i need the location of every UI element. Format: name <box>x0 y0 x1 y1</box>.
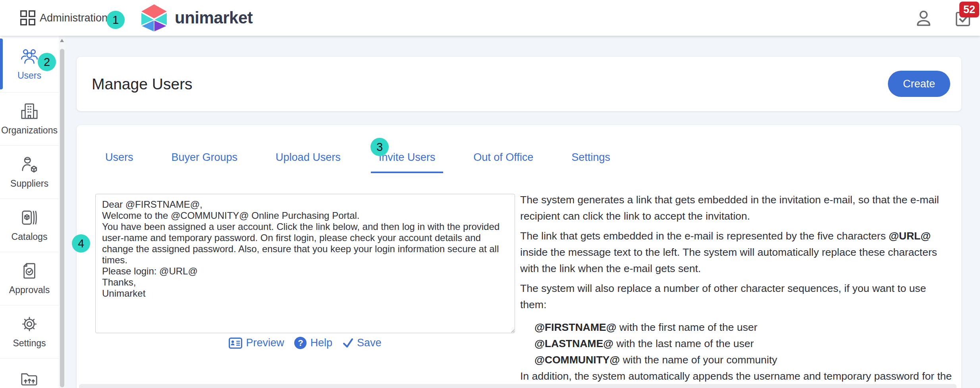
sidebar-item-more[interactable] <box>0 359 59 388</box>
catalogs-icon <box>20 208 39 227</box>
brand-logo: unimarket <box>140 0 253 36</box>
preview-link[interactable]: Preview <box>229 337 284 349</box>
sidebar-item-label: Approvals <box>9 285 50 295</box>
suppliers-icon <box>20 155 39 174</box>
sidebar-item-suppliers[interactable]: Suppliers <box>0 146 59 199</box>
scrollbar-thumb[interactable] <box>60 49 64 387</box>
tasks-count-badge: 52 <box>959 2 979 17</box>
sidebar-item-settings[interactable]: Settings <box>0 305 59 359</box>
tab-users[interactable]: Users <box>97 143 141 173</box>
sidebar-item-label: Organizations <box>1 125 58 136</box>
unimarket-logo-icon <box>140 4 168 31</box>
invite-actions: Preview ? Help Save <box>95 337 515 349</box>
tab-buyer-groups[interactable]: Buyer Groups <box>164 143 246 173</box>
step-badge-1: 1 <box>106 11 125 29</box>
sidebar-scrollbar[interactable] <box>59 36 66 388</box>
invite-help-panel: The system generates a link that gets em… <box>520 192 955 388</box>
create-button[interactable]: Create <box>888 71 950 97</box>
tab-out-of-office[interactable]: Out of Office <box>465 143 541 173</box>
tab-settings[interactable]: Settings <box>563 143 618 173</box>
sidebar-item-label: Catalogs <box>12 232 48 242</box>
tab-bar: Users Buyer Groups Upload Users Invite U… <box>97 143 618 173</box>
save-link[interactable]: Save <box>343 337 382 349</box>
app-switcher-label[interactable]: Administration <box>40 0 108 36</box>
save-label: Save <box>357 337 382 349</box>
scrollbar-up-arrow[interactable] <box>60 39 64 42</box>
step-badge-3: 3 <box>370 138 389 156</box>
account-icon[interactable] <box>914 8 933 29</box>
token-item: @COMMUNITY@ with the name of your commun… <box>534 352 955 368</box>
help-label: Help <box>310 337 332 349</box>
tab-upload-users[interactable]: Upload Users <box>268 143 349 173</box>
check-icon <box>343 338 353 348</box>
users-tabs-card: Users Buyer Groups Upload Users Invite U… <box>77 125 961 388</box>
step-badge-2: 2 <box>38 53 56 71</box>
administration-screen: Administration unimarket 52 <box>0 0 980 388</box>
help-paragraph: The link that gets embedded in the e-mai… <box>520 228 955 277</box>
app-switcher-grid-icon[interactable] <box>19 9 37 27</box>
invite-message-textarea[interactable]: Dear @FIRSTNAME@, Welcome to the @COMMUN… <box>95 194 515 333</box>
active-indicator <box>0 39 3 89</box>
users-icon <box>20 47 39 66</box>
sidebar-item-label: Settings <box>13 338 46 349</box>
sidebar: Users Organizations Suppliers <box>0 36 59 388</box>
sidebar-item-approvals[interactable]: Approvals <box>0 252 59 305</box>
sidebar-item-catalogs[interactable]: Catalogs <box>0 199 59 252</box>
sidebar-item-organizations[interactable]: Organizations <box>0 93 59 146</box>
approvals-icon <box>20 262 39 280</box>
organizations-icon <box>20 102 39 120</box>
sidebar-item-label: Suppliers <box>10 178 48 189</box>
horizontal-scrollbar[interactable] <box>79 384 957 388</box>
help-paragraph: The system generates a link that gets em… <box>520 192 955 224</box>
token-item: @LASTNAME@ with the last name of the use… <box>534 336 955 352</box>
topbar: Administration unimarket 52 <box>0 0 980 36</box>
step-badge-4: 4 <box>72 234 90 253</box>
folder-upload-icon <box>20 369 39 387</box>
question-circle-icon: ? <box>294 337 307 349</box>
help-paragraph: The system will also replace a number of… <box>520 280 955 313</box>
brand-wordmark: unimarket <box>175 8 253 27</box>
settings-gear-icon <box>20 315 39 333</box>
sidebar-item-label: Users <box>17 70 41 81</box>
id-card-icon <box>229 338 242 349</box>
manage-users-header-card: Manage Users Create <box>77 57 961 111</box>
token-item: @FIRSTNAME@ with the first name of the u… <box>534 319 955 336</box>
token-list: @FIRSTNAME@ with the first name of the u… <box>534 319 955 368</box>
preview-label: Preview <box>246 337 284 349</box>
help-link[interactable]: ? Help <box>294 337 332 349</box>
page-title: Manage Users <box>92 57 193 111</box>
